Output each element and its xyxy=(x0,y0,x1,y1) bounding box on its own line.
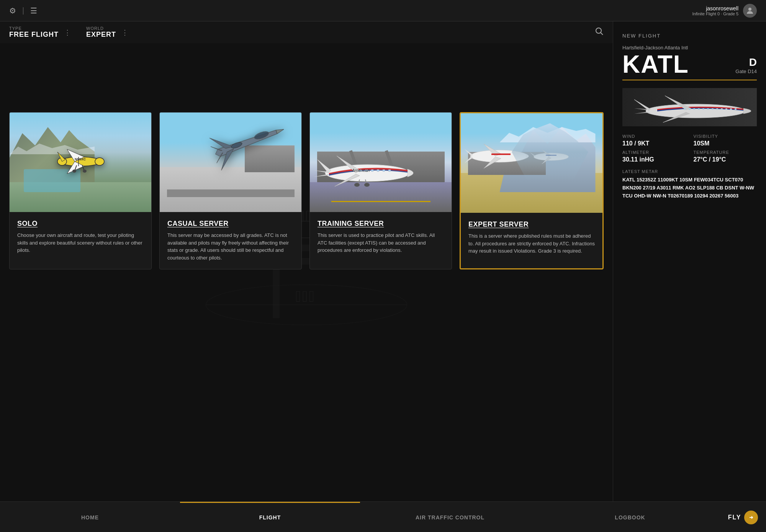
svg-point-41 xyxy=(354,183,360,187)
expert-card[interactable]: EXPERT SERVER This is a server where pub… xyxy=(460,112,604,269)
gate-letter: D xyxy=(735,56,757,69)
gate-info: D Gate D14 xyxy=(735,56,757,77)
plane-thumbnail xyxy=(622,88,757,126)
casual-desc: This server may be accessed by all grade… xyxy=(167,232,294,261)
top-bar-right: jasonrosewell Infinite Flight 0 · Grade … xyxy=(692,4,757,18)
training-card[interactable]: American TRAINING SERVER This server is … xyxy=(309,112,452,269)
solo-plane-image: N99XC xyxy=(46,142,115,177)
svg-text:N99XC: N99XC xyxy=(75,157,86,161)
right-panel: NEW FLIGHT Hartsfield-Jackson Atlanta In… xyxy=(613,21,766,501)
svg-rect-36 xyxy=(377,170,379,171)
altimeter-block: ALTIMETER 30.11 inHG xyxy=(622,150,686,163)
svg-rect-47 xyxy=(546,155,556,156)
svg-point-44 xyxy=(470,150,528,162)
svg-point-28 xyxy=(72,170,76,173)
expert-title: EXPERT SERVER xyxy=(468,220,595,228)
expert-desc: This is a server where published rules m… xyxy=(468,232,595,255)
temperature-label: TEMPERATURE xyxy=(694,150,757,155)
server-cards: N99XC SOLO Choose your own aircraft and … xyxy=(0,112,613,269)
airport-code-row: KATL D Gate D14 xyxy=(622,52,757,80)
wind-label: WIND xyxy=(622,134,686,139)
atc-label: AIR TRAFFIC CONTROL xyxy=(416,514,484,521)
svg-rect-19 xyxy=(310,292,313,302)
gate-number: Gate D14 xyxy=(735,69,757,74)
log-icon[interactable]: ☰ xyxy=(30,6,37,15)
svg-rect-38 xyxy=(388,170,391,171)
airport-code: KATL xyxy=(622,52,689,77)
nav-home[interactable]: HOME xyxy=(0,502,180,532)
casual-card-content: CASUAL SERVER This server may be accesse… xyxy=(160,212,301,269)
new-flight-label: NEW FLIGHT xyxy=(622,33,757,39)
expert-plane-image xyxy=(461,133,602,183)
solo-title: SOLO xyxy=(17,220,144,228)
nav-atc[interactable]: AIR TRAFFIC CONTROL xyxy=(360,502,540,532)
bottom-nav: HOME FLIGHT AIR TRAFFIC CONTROL LOGBOOK … xyxy=(0,501,766,532)
solo-card[interactable]: N99XC SOLO Choose your own aircraft and … xyxy=(9,112,152,269)
fly-button-icon[interactable] xyxy=(744,511,758,524)
nav-logbook[interactable]: LOGBOOK xyxy=(540,502,720,532)
svg-rect-45 xyxy=(491,153,511,155)
svg-rect-18 xyxy=(303,292,306,302)
solo-card-image: N99XC xyxy=(10,113,151,212)
svg-point-48 xyxy=(646,104,745,118)
casual-card-image xyxy=(160,113,301,212)
solo-desc: Choose your own aircraft and route, test… xyxy=(17,232,144,254)
expert-card-image xyxy=(461,113,602,213)
metar-section: LATEST METAR KATL 152352Z 11009KT 10SM F… xyxy=(622,169,757,200)
temperature-block: TEMPERATURE 27°C / 19°C xyxy=(694,150,757,163)
svg-rect-60 xyxy=(735,108,737,110)
solo-card-content: SOLO Choose your own aircraft and route,… xyxy=(10,212,151,262)
metar-label: LATEST METAR xyxy=(622,169,757,174)
svg-rect-59 xyxy=(730,108,732,110)
svg-rect-58 xyxy=(725,108,727,110)
training-card-image: American xyxy=(310,113,452,212)
svg-rect-49 xyxy=(684,108,686,110)
thumbnail-plane xyxy=(622,90,757,126)
wind-block: WIND 110 / 9KT xyxy=(622,134,686,147)
svg-rect-35 xyxy=(371,170,373,171)
weather-row: ALTIMETER 30.11 inHG TEMPERATURE 27°C / … xyxy=(622,150,757,163)
svg-point-46 xyxy=(534,153,569,161)
svg-rect-50 xyxy=(689,108,691,110)
settings-icon[interactable]: ⚙ xyxy=(9,6,16,15)
svg-point-0 xyxy=(748,8,751,11)
main-layout: TYPE FREE FLIGHT ⋮ WORLD EXPERT ⋮ xyxy=(0,21,766,501)
svg-rect-53 xyxy=(702,108,704,110)
left-panel: TYPE FREE FLIGHT ⋮ WORLD EXPERT ⋮ xyxy=(0,21,613,501)
training-title: TRAINING SERVER xyxy=(318,220,444,228)
divider: | xyxy=(22,6,24,15)
airport-subtitle: Hartsfield-Jackson Atlanta Intl xyxy=(622,45,757,51)
altimeter-value: 30.11 inHG xyxy=(622,156,686,163)
casual-card[interactable]: CASUAL SERVER This server may be accesse… xyxy=(159,112,302,269)
altimeter-label: ALTIMETER xyxy=(622,150,686,155)
svg-rect-52 xyxy=(698,108,700,110)
svg-point-42 xyxy=(364,183,370,187)
logbook-label: LOGBOOK xyxy=(615,514,645,521)
user-grade: Infinite Flight 0 · Grade 5 xyxy=(692,11,738,16)
temperature-value: 27°C / 19°C xyxy=(694,156,757,163)
training-card-content: TRAINING SERVER This server is used to p… xyxy=(310,212,452,262)
username: jasonrosewell xyxy=(692,5,738,11)
svg-point-22 xyxy=(95,158,104,165)
nav-fly[interactable]: FLY xyxy=(720,502,766,532)
training-desc: This server is used to practice pilot an… xyxy=(318,232,444,254)
wind-value: 110 / 9KT xyxy=(622,140,686,147)
wind-row: WIND 110 / 9KT VISIBILITY 10SM xyxy=(622,134,757,147)
svg-rect-56 xyxy=(716,108,718,110)
metar-value: KATL 152352Z 11009KT 10SM FEW034TCU SCT0… xyxy=(622,176,757,200)
training-plane-image: American xyxy=(310,148,421,194)
svg-rect-55 xyxy=(712,108,714,110)
visibility-value: 10SM xyxy=(694,140,757,147)
user-info: jasonrosewell Infinite Flight 0 · Grade … xyxy=(692,5,738,16)
svg-rect-57 xyxy=(721,108,723,110)
svg-rect-17 xyxy=(296,292,300,302)
casual-title: CASUAL SERVER xyxy=(167,220,294,228)
expert-card-content: EXPERT SERVER This is a server where pub… xyxy=(461,213,602,263)
home-label: HOME xyxy=(81,514,99,521)
top-bar-left: ⚙ | ☰ xyxy=(9,6,37,15)
avatar[interactable] xyxy=(743,4,757,18)
nav-flight[interactable]: FLIGHT xyxy=(180,502,360,532)
svg-point-29 xyxy=(83,170,87,173)
visibility-label: VISIBILITY xyxy=(694,134,757,139)
visibility-block: VISIBILITY 10SM xyxy=(694,134,757,147)
